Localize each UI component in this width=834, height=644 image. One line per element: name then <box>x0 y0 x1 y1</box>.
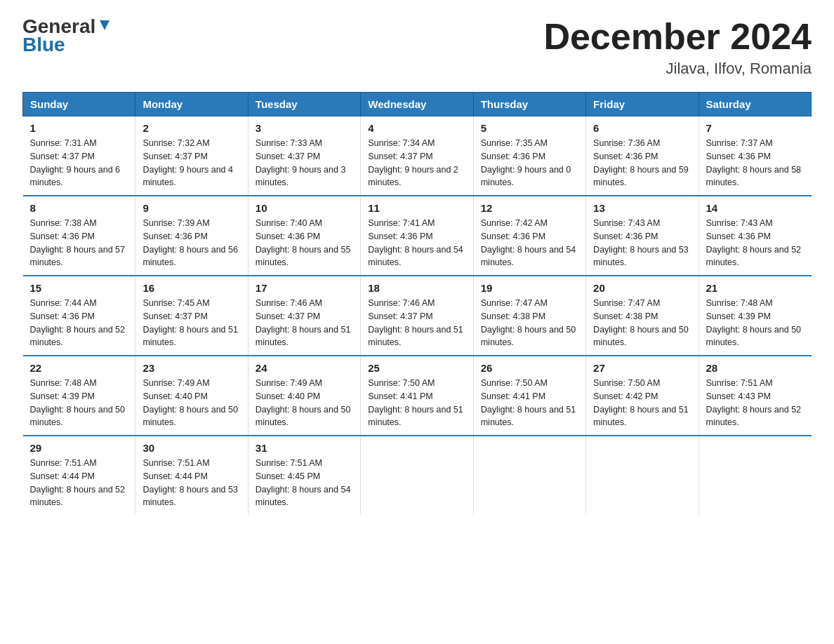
table-row <box>699 436 811 515</box>
day-info: Sunrise: 7:35 AM Sunset: 4:36 PM Dayligh… <box>481 137 578 189</box>
day-info: Sunrise: 7:32 AM Sunset: 4:37 PM Dayligh… <box>143 137 240 189</box>
day-info: Sunrise: 7:43 AM Sunset: 4:36 PM Dayligh… <box>593 217 691 269</box>
table-row <box>361 436 473 515</box>
day-info: Sunrise: 7:43 AM Sunset: 4:36 PM Dayligh… <box>706 217 805 269</box>
table-row: 14 Sunrise: 7:43 AM Sunset: 4:36 PM Dayl… <box>699 196 811 276</box>
day-info: Sunrise: 7:33 AM Sunset: 4:37 PM Dayligh… <box>256 137 353 189</box>
table-row: 31 Sunrise: 7:51 AM Sunset: 4:45 PM Dayl… <box>248 436 360 515</box>
table-row: 18 Sunrise: 7:46 AM Sunset: 4:37 PM Dayl… <box>361 276 473 356</box>
day-info: Sunrise: 7:39 AM Sunset: 4:36 PM Dayligh… <box>143 217 240 269</box>
day-number: 7 <box>706 122 805 134</box>
day-number: 11 <box>368 202 465 214</box>
day-number: 12 <box>481 202 578 214</box>
header-thursday: Thursday <box>473 93 585 116</box>
table-row: 13 Sunrise: 7:43 AM Sunset: 4:36 PM Dayl… <box>586 196 699 276</box>
header-saturday: Saturday <box>699 93 811 116</box>
day-info: Sunrise: 7:51 AM Sunset: 4:44 PM Dayligh… <box>143 457 240 509</box>
day-info: Sunrise: 7:48 AM Sunset: 4:39 PM Dayligh… <box>706 297 805 349</box>
table-row <box>473 436 585 515</box>
logo-text-blue: Blue <box>22 34 65 56</box>
day-info: Sunrise: 7:51 AM Sunset: 4:44 PM Dayligh… <box>30 457 128 509</box>
table-row: 25 Sunrise: 7:50 AM Sunset: 4:41 PM Dayl… <box>361 356 473 436</box>
day-info: Sunrise: 7:48 AM Sunset: 4:39 PM Dayligh… <box>30 377 128 429</box>
calendar-week-row: 15 Sunrise: 7:44 AM Sunset: 4:36 PM Dayl… <box>23 276 812 356</box>
table-row: 5 Sunrise: 7:35 AM Sunset: 4:36 PM Dayli… <box>473 116 585 196</box>
day-number: 26 <box>481 362 578 374</box>
day-number: 18 <box>368 282 465 294</box>
day-info: Sunrise: 7:41 AM Sunset: 4:36 PM Dayligh… <box>368 217 465 269</box>
calendar-header-row: Sunday Monday Tuesday Wednesday Thursday… <box>23 93 812 116</box>
table-row: 24 Sunrise: 7:49 AM Sunset: 4:40 PM Dayl… <box>248 356 360 436</box>
table-row: 17 Sunrise: 7:46 AM Sunset: 4:37 PM Dayl… <box>248 276 360 356</box>
day-info: Sunrise: 7:50 AM Sunset: 4:41 PM Dayligh… <box>481 377 578 429</box>
day-info: Sunrise: 7:38 AM Sunset: 4:36 PM Dayligh… <box>30 217 128 269</box>
day-number: 27 <box>593 362 691 374</box>
day-number: 30 <box>143 442 240 454</box>
day-info: Sunrise: 7:31 AM Sunset: 4:37 PM Dayligh… <box>30 137 128 189</box>
day-info: Sunrise: 7:34 AM Sunset: 4:37 PM Dayligh… <box>368 137 465 189</box>
table-row: 6 Sunrise: 7:36 AM Sunset: 4:36 PM Dayli… <box>586 116 699 196</box>
table-row: 4 Sunrise: 7:34 AM Sunset: 4:37 PM Dayli… <box>361 116 473 196</box>
header-monday: Monday <box>135 93 248 116</box>
calendar-table: Sunday Monday Tuesday Wednesday Thursday… <box>22 92 812 515</box>
day-info: Sunrise: 7:50 AM Sunset: 4:42 PM Dayligh… <box>593 377 691 429</box>
day-info: Sunrise: 7:47 AM Sunset: 4:38 PM Dayligh… <box>593 297 691 349</box>
calendar-week-row: 22 Sunrise: 7:48 AM Sunset: 4:39 PM Dayl… <box>23 356 812 436</box>
day-info: Sunrise: 7:45 AM Sunset: 4:37 PM Dayligh… <box>143 297 240 349</box>
table-row: 11 Sunrise: 7:41 AM Sunset: 4:36 PM Dayl… <box>361 196 473 276</box>
day-number: 14 <box>706 202 805 214</box>
table-row: 10 Sunrise: 7:40 AM Sunset: 4:36 PM Dayl… <box>248 196 360 276</box>
logo: General Blue <box>22 17 112 56</box>
table-row: 19 Sunrise: 7:47 AM Sunset: 4:38 PM Dayl… <box>473 276 585 356</box>
calendar-subtitle: Jilava, Ilfov, Romania <box>543 60 812 78</box>
table-row: 16 Sunrise: 7:45 AM Sunset: 4:37 PM Dayl… <box>135 276 248 356</box>
table-row: 23 Sunrise: 7:49 AM Sunset: 4:40 PM Dayl… <box>135 356 248 436</box>
table-row: 29 Sunrise: 7:51 AM Sunset: 4:44 PM Dayl… <box>23 436 135 515</box>
day-number: 21 <box>706 282 805 294</box>
table-row: 22 Sunrise: 7:48 AM Sunset: 4:39 PM Dayl… <box>23 356 135 436</box>
table-row: 27 Sunrise: 7:50 AM Sunset: 4:42 PM Dayl… <box>586 356 699 436</box>
day-number: 31 <box>256 442 353 454</box>
day-info: Sunrise: 7:42 AM Sunset: 4:36 PM Dayligh… <box>481 217 578 269</box>
day-number: 23 <box>143 362 240 374</box>
day-info: Sunrise: 7:40 AM Sunset: 4:36 PM Dayligh… <box>256 217 353 269</box>
day-info: Sunrise: 7:49 AM Sunset: 4:40 PM Dayligh… <box>256 377 353 429</box>
title-area: December 2024 Jilava, Ilfov, Romania <box>543 17 812 78</box>
day-info: Sunrise: 7:46 AM Sunset: 4:37 PM Dayligh… <box>368 297 465 349</box>
table-row: 28 Sunrise: 7:51 AM Sunset: 4:43 PM Dayl… <box>699 356 811 436</box>
header-wednesday: Wednesday <box>361 93 473 116</box>
table-row: 9 Sunrise: 7:39 AM Sunset: 4:36 PM Dayli… <box>135 196 248 276</box>
header-tuesday: Tuesday <box>248 93 360 116</box>
table-row: 20 Sunrise: 7:47 AM Sunset: 4:38 PM Dayl… <box>586 276 699 356</box>
calendar-week-row: 29 Sunrise: 7:51 AM Sunset: 4:44 PM Dayl… <box>23 436 812 515</box>
day-number: 24 <box>256 362 353 374</box>
day-number: 3 <box>256 122 353 134</box>
day-info: Sunrise: 7:49 AM Sunset: 4:40 PM Dayligh… <box>143 377 240 429</box>
day-number: 15 <box>30 282 128 294</box>
day-number: 1 <box>30 122 128 134</box>
day-info: Sunrise: 7:51 AM Sunset: 4:45 PM Dayligh… <box>256 457 353 509</box>
day-number: 20 <box>593 282 691 294</box>
table-row: 1 Sunrise: 7:31 AM Sunset: 4:37 PM Dayli… <box>23 116 135 196</box>
table-row: 12 Sunrise: 7:42 AM Sunset: 4:36 PM Dayl… <box>473 196 585 276</box>
day-number: 10 <box>256 202 353 214</box>
header-friday: Friday <box>586 93 699 116</box>
day-number: 2 <box>143 122 240 134</box>
day-info: Sunrise: 7:44 AM Sunset: 4:36 PM Dayligh… <box>30 297 128 349</box>
day-info: Sunrise: 7:36 AM Sunset: 4:36 PM Dayligh… <box>593 137 691 189</box>
table-row: 30 Sunrise: 7:51 AM Sunset: 4:44 PM Dayl… <box>135 436 248 515</box>
calendar-week-row: 8 Sunrise: 7:38 AM Sunset: 4:36 PM Dayli… <box>23 196 812 276</box>
day-number: 25 <box>368 362 465 374</box>
day-info: Sunrise: 7:37 AM Sunset: 4:36 PM Dayligh… <box>706 137 805 189</box>
day-info: Sunrise: 7:50 AM Sunset: 4:41 PM Dayligh… <box>368 377 465 429</box>
table-row: 21 Sunrise: 7:48 AM Sunset: 4:39 PM Dayl… <box>699 276 811 356</box>
page-header: General Blue December 2024 Jilava, Ilfov… <box>22 17 812 78</box>
table-row: 26 Sunrise: 7:50 AM Sunset: 4:41 PM Dayl… <box>473 356 585 436</box>
day-number: 17 <box>256 282 353 294</box>
svg-marker-0 <box>100 20 110 30</box>
day-number: 22 <box>30 362 128 374</box>
header-sunday: Sunday <box>23 93 135 116</box>
calendar-week-row: 1 Sunrise: 7:31 AM Sunset: 4:37 PM Dayli… <box>23 116 812 196</box>
day-number: 28 <box>706 362 805 374</box>
day-number: 5 <box>481 122 578 134</box>
